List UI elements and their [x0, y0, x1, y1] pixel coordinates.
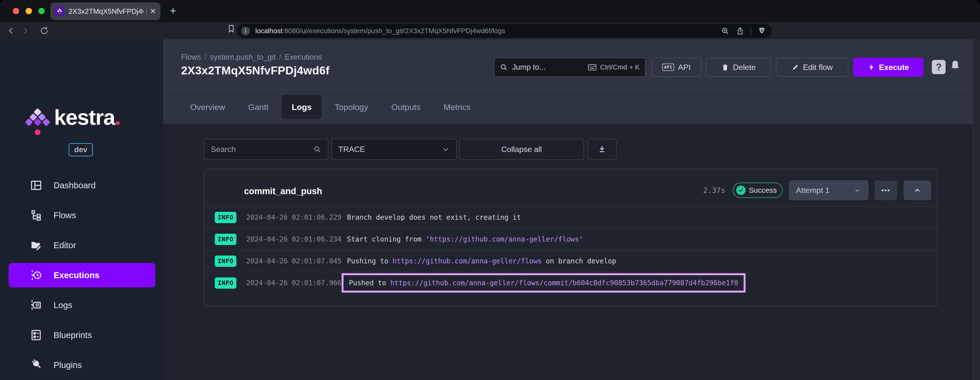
status-label: Success	[749, 186, 777, 195]
dashboard-icon	[30, 179, 43, 192]
log-level-value: TRACE	[338, 145, 365, 154]
tab-overview[interactable]: Overview	[180, 95, 235, 119]
task-collapse-button[interactable]	[904, 180, 931, 200]
kestra-favicon-icon	[54, 6, 65, 16]
sidebar-item-logs[interactable]: Logs	[9, 293, 155, 317]
log-timestamp: 2024-04-26 02:01:07.966	[246, 279, 342, 287]
sidebar: kestra. dev DashboardFlowsEditorExecutio…	[0, 39, 163, 380]
task-more-button[interactable]: •••	[875, 180, 897, 200]
log-rows: INFO2024-04-26 02:01:06.229Branch develo…	[204, 206, 937, 294]
log-level-badge: INFO	[215, 277, 236, 289]
address-bar[interactable]: i localhost:8080/ui/executions/system/pu…	[237, 24, 772, 38]
api-chip-icon: API	[662, 63, 674, 71]
search-icon	[313, 145, 321, 154]
bookmark-icon[interactable]	[227, 24, 236, 33]
page-scrollbar[interactable]	[973, 39, 980, 380]
new-tab-button[interactable]: +	[167, 5, 180, 17]
tab-close-icon[interactable]: ✕	[150, 8, 156, 15]
environment-badge: dev	[68, 143, 93, 156]
sidebar-item-label: Logs	[54, 300, 72, 310]
reload-icon[interactable]	[37, 24, 51, 38]
sidebar-item-label: Editor	[54, 240, 76, 250]
forward-icon[interactable]	[18, 24, 32, 38]
attempt-value: Attempt 1	[796, 186, 830, 195]
sidebar-item-dashboard[interactable]: Dashboard	[9, 173, 155, 198]
logs-icon	[30, 299, 43, 312]
log-message: Branch develop does not exist, creating …	[347, 213, 521, 222]
window-zoom-button[interactable]	[38, 8, 45, 14]
chevron-down-icon	[853, 186, 861, 194]
url-host: localhost	[255, 27, 283, 35]
log-link[interactable]: https://github.com/anna-geller/flows	[393, 257, 542, 265]
log-timestamp: 2024-04-26 02:01:07.045	[246, 257, 342, 265]
tab-gantt[interactable]: Gantt	[239, 95, 278, 119]
check-circle-icon	[736, 185, 746, 195]
sidebar-item-flows[interactable]: Flows	[9, 203, 155, 228]
log-search-placeholder: Search	[211, 145, 235, 154]
sidebar-menu: DashboardFlowsEditorExecutionsLogsBluepr…	[0, 173, 163, 380]
log-level-select[interactable]: TRACE	[331, 139, 457, 160]
execution-tabs: OverviewGanttLogsTopologyOutputsMetrics	[163, 89, 973, 124]
plugins-icon	[30, 358, 43, 372]
download-icon	[598, 145, 606, 154]
log-timestamp: 2024-04-26 02:01:06.234	[246, 235, 342, 243]
attempt-select[interactable]: Attempt 1	[789, 180, 868, 200]
log-link[interactable]: https://github.com/anna-geller/flows/com…	[390, 279, 738, 287]
log-timestamp: 2024-04-26 02:01:06.229	[246, 213, 342, 222]
delete-button[interactable]: Delete	[706, 58, 771, 77]
tab-metrics[interactable]: Metrics	[434, 95, 480, 119]
pencil-icon	[792, 63, 799, 71]
logs-content: Search TRACE Collapse all commit_and_pus…	[163, 124, 973, 380]
collapse-all-button[interactable]: Collapse all	[459, 139, 584, 160]
log-level-badge: INFO	[215, 234, 236, 245]
log-text: on branch develop	[542, 257, 616, 265]
log-text: Start cloning from '	[347, 235, 430, 243]
api-button[interactable]: API API	[652, 58, 702, 77]
execute-button[interactable]: Execute	[853, 58, 923, 77]
log-text: Pushing to	[347, 257, 393, 265]
help-icon[interactable]: ?	[932, 60, 946, 74]
browser-titlebar: 2X3x2TMqX5NfvFPDj4wd6f | ✕ +	[0, 0, 980, 22]
execute-button-label: Execute	[879, 63, 909, 72]
log-row: INFO2024-04-26 02:01:06.229Branch develo…	[204, 206, 937, 228]
kestra-logo[interactable]: kestra.	[25, 108, 121, 136]
edit-flow-button[interactable]: Edit flow	[776, 58, 848, 77]
sidebar-item-label: Blueprints	[54, 330, 92, 340]
zoom-page-icon[interactable]	[721, 27, 730, 35]
sidebar-item-label: Dashboard	[54, 180, 95, 190]
tab-logs[interactable]: Logs	[282, 95, 321, 119]
log-search-input[interactable]: Search	[204, 139, 328, 160]
log-level-badge: INFO	[215, 212, 236, 223]
sidebar-item-label: Plugins	[54, 360, 82, 370]
window-close-button[interactable]	[13, 8, 19, 14]
task-duration: 2.37s	[703, 186, 725, 195]
window-minimize-button[interactable]	[25, 8, 32, 14]
log-text: Pushed to	[349, 279, 390, 287]
kestra-logo-icon	[25, 108, 50, 136]
tab-title: 2X3x2TMqX5NfvFPDj4wd6f	[68, 7, 143, 16]
sidebar-item-executions[interactable]: Executions	[9, 263, 155, 287]
site-info-icon[interactable]: i	[241, 27, 250, 35]
back-icon[interactable]	[5, 24, 18, 38]
tab-topology[interactable]: Topology	[325, 95, 378, 119]
log-text: Branch develop does not exist, creating …	[347, 213, 521, 222]
sidebar-item-editor[interactable]: Editor	[9, 233, 155, 258]
jump-to-search[interactable]: Jump to... Ctrl/Cmd + K	[494, 58, 646, 77]
flows-icon	[30, 209, 43, 222]
log-link[interactable]: https://github.com/anna-geller/flows	[430, 235, 579, 243]
page-header: Flows/system.push_to_git/Executions 2X3x…	[163, 39, 973, 89]
sidebar-item-plugins[interactable]: Plugins	[9, 353, 155, 377]
notifications-bell-icon[interactable]	[950, 60, 961, 72]
chevron-down-icon	[442, 145, 450, 154]
logo-wordmark: kestra	[54, 105, 115, 129]
tab-outputs[interactable]: Outputs	[381, 95, 430, 119]
browser-tab[interactable]: 2X3x2TMqX5NfvFPDj4wd6f | ✕	[50, 2, 161, 20]
delete-button-label: Delete	[733, 63, 756, 72]
download-logs-button[interactable]	[587, 139, 617, 160]
lightning-icon	[868, 63, 875, 71]
brave-shield-icon[interactable]	[757, 27, 766, 35]
share-icon[interactable]	[736, 27, 745, 35]
sidebar-item-label: Executions	[54, 270, 100, 280]
api-button-label: API	[678, 63, 691, 72]
sidebar-item-blueprints[interactable]: Blueprints	[9, 323, 155, 347]
